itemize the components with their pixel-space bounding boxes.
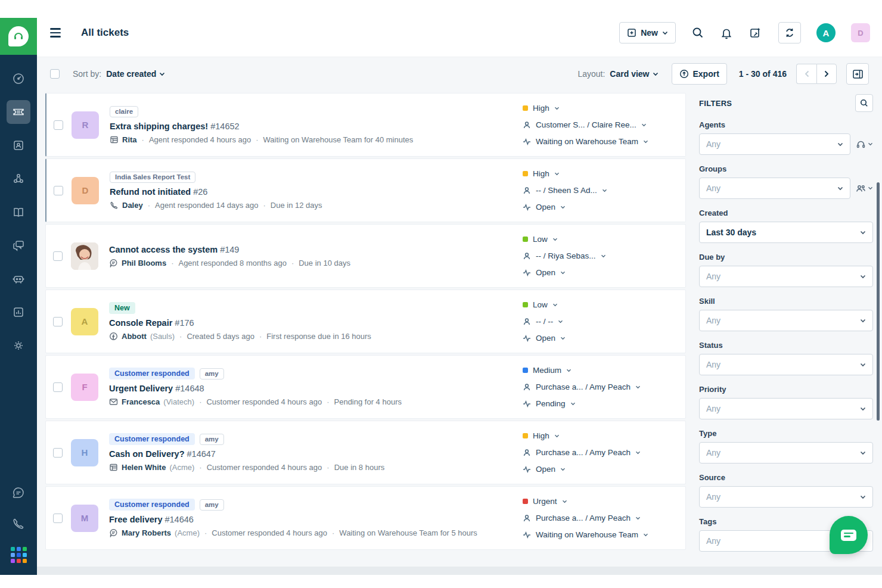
ticket-card[interactable]: H Customer respondedamy Cash on Delivery… (45, 421, 686, 484)
sync-button[interactable] (778, 22, 801, 43)
status-value: Open (536, 203, 555, 211)
ticket-card[interactable]: M Customer respondedamy Free delivery#14… (45, 486, 686, 550)
sidebar-item-contacts[interactable] (7, 133, 30, 157)
created-select[interactable]: Last 30 days (699, 222, 873, 243)
select-value: Any (706, 492, 720, 502)
agents-select[interactable]: Any (699, 133, 850, 155)
assignee-dropdown[interactable]: Purchase a... / Amy Peach (523, 382, 675, 391)
ticket-checkbox[interactable] (53, 514, 63, 523)
freshdesk-logo[interactable] (0, 18, 37, 55)
freshcaller-launcher[interactable] (12, 517, 25, 533)
filter-search-button[interactable] (855, 94, 873, 112)
freshchat-launcher[interactable] (11, 486, 26, 503)
agent-scope-dropdown[interactable] (856, 139, 873, 150)
priority-dropdown[interactable]: High (523, 431, 675, 440)
global-search-button[interactable] (691, 26, 704, 39)
ticket-card[interactable]: R claire Extra shipping charges!#14652 R… (45, 93, 686, 157)
status-dropdown[interactable]: Open (523, 465, 675, 474)
ticket-card[interactable]: A New Console Repair#176 Abbott (Sauls) … (45, 290, 686, 353)
assignee-dropdown[interactable]: -- / -- (523, 317, 675, 326)
ticket-title: Extra shipping charges! (110, 122, 208, 131)
sidebar-item-admin[interactable] (7, 334, 30, 357)
app-switcher-icon[interactable] (11, 547, 27, 563)
prev-page-button[interactable] (796, 64, 816, 84)
assignee-value: Customer S... / Claire Ree... (536, 120, 636, 129)
ticket-checkbox[interactable] (54, 186, 63, 195)
groups-select[interactable]: Any (699, 178, 850, 199)
priority-color-dot (523, 237, 528, 242)
chat-widget-button[interactable] (830, 516, 868, 554)
ticket-card[interactable]: Cannot access the system#149 Phil Blooms… (45, 224, 686, 288)
ticket-checkbox[interactable] (53, 317, 63, 326)
ticket-card[interactable]: D India Sales Report Test Refund not ini… (45, 158, 686, 222)
sidebar-item-forums[interactable] (7, 234, 30, 257)
separator: · (198, 463, 203, 472)
ticket-title-row[interactable]: Cannot access the system#149 (109, 245, 523, 254)
priority-dropdown[interactable]: High (523, 104, 675, 113)
chevron-down-icon (601, 254, 606, 258)
status-select[interactable]: Any (699, 354, 873, 375)
sidebar-item-customers[interactable] (7, 167, 30, 191)
ticket-checkbox[interactable] (53, 251, 63, 261)
chevron-down-icon (560, 468, 566, 471)
ticket-tag[interactable]: amy (200, 499, 224, 511)
priority-dropdown[interactable]: High (523, 169, 675, 178)
sidebar-item-bots[interactable] (7, 267, 30, 291)
sort-by-dropdown[interactable]: Date created (106, 69, 165, 79)
new-ticket-button[interactable]: New (619, 22, 676, 43)
status-dropdown[interactable]: Open (523, 203, 675, 211)
assignee-dropdown[interactable]: Customer S... / Claire Ree... (523, 120, 675, 129)
priority-dropdown[interactable]: Low (523, 300, 675, 309)
ticket-card[interactable]: F Customer respondedamy Urgent Delivery#… (45, 355, 686, 419)
toggle-filter-panel-button[interactable] (846, 63, 869, 85)
phone-icon (110, 201, 119, 210)
ticket-title-row[interactable]: Free delivery#14646 (109, 515, 523, 524)
ticket-tag[interactable]: claire (110, 106, 138, 117)
priority-dropdown[interactable]: Low (523, 235, 675, 244)
due-by-select[interactable]: Any (699, 266, 873, 287)
user-avatar[interactable]: D (851, 23, 870, 42)
assignee-dropdown[interactable]: Purchase a... / Amy Peach (523, 448, 675, 457)
select-all-checkbox[interactable] (50, 69, 60, 79)
layout-dropdown[interactable]: Card view (610, 69, 658, 79)
chevron-down-icon (662, 31, 668, 35)
assignee-dropdown[interactable]: Purchase a... / Amy Peach (523, 514, 675, 522)
status-dropdown[interactable]: Pending (523, 399, 675, 408)
type-select[interactable]: Any (699, 442, 873, 463)
ticket-title-row[interactable]: Extra shipping charges!#14652 (110, 122, 523, 131)
next-page-button[interactable] (816, 64, 837, 84)
skill-select[interactable]: Any (699, 310, 873, 331)
status-dropdown[interactable]: Open (523, 334, 675, 343)
priority-dropdown[interactable]: Urgent (523, 497, 675, 506)
export-button[interactable]: Export (672, 63, 727, 85)
status-dropdown[interactable]: Open (523, 268, 675, 277)
copilot-button[interactable] (749, 26, 763, 40)
assignee-dropdown[interactable]: -- / Riya Sebas... (523, 251, 675, 260)
priority-dropdown[interactable]: Medium (523, 366, 675, 375)
notifications-button[interactable] (720, 26, 733, 39)
sidebar-item-tickets[interactable] (7, 100, 30, 124)
workspace-avatar[interactable]: A (816, 23, 836, 42)
ticket-title-row[interactable]: Console Repair#176 (109, 318, 523, 328)
ticket-checkbox[interactable] (53, 382, 63, 392)
ticket-tag[interactable]: amy (200, 368, 224, 379)
ticket-checkbox[interactable] (54, 120, 63, 130)
collapse-ticket-list-icon[interactable] (50, 28, 62, 38)
scrollbar-thumb[interactable] (877, 182, 880, 421)
sidebar-item-dashboard[interactable] (7, 67, 30, 91)
ticket-tag[interactable]: amy (200, 434, 224, 445)
status-dropdown[interactable]: Waiting on Warehouse Team (523, 137, 675, 146)
ticket-title-row[interactable]: Cash on Delivery?#14647 (109, 449, 523, 459)
horizontal-scrollbar-track[interactable] (37, 567, 882, 575)
sidebar-item-analytics[interactable] (7, 300, 30, 324)
sidebar-item-solutions[interactable] (7, 200, 30, 224)
assignee-dropdown[interactable]: -- / Sheen S Ad... (523, 186, 675, 195)
ticket-tag[interactable]: India Sales Report Test (110, 172, 195, 183)
priority-select[interactable]: Any (699, 398, 873, 419)
ticket-title-row[interactable]: Urgent Delivery#14648 (109, 384, 523, 393)
status-dropdown[interactable]: Waiting on Warehouse Team (523, 530, 675, 539)
group-scope-dropdown[interactable] (856, 184, 873, 193)
ticket-title-row[interactable]: Refund not initiated#26 (110, 187, 523, 197)
ticket-checkbox[interactable] (53, 448, 63, 458)
source-select[interactable]: Any (699, 486, 873, 508)
